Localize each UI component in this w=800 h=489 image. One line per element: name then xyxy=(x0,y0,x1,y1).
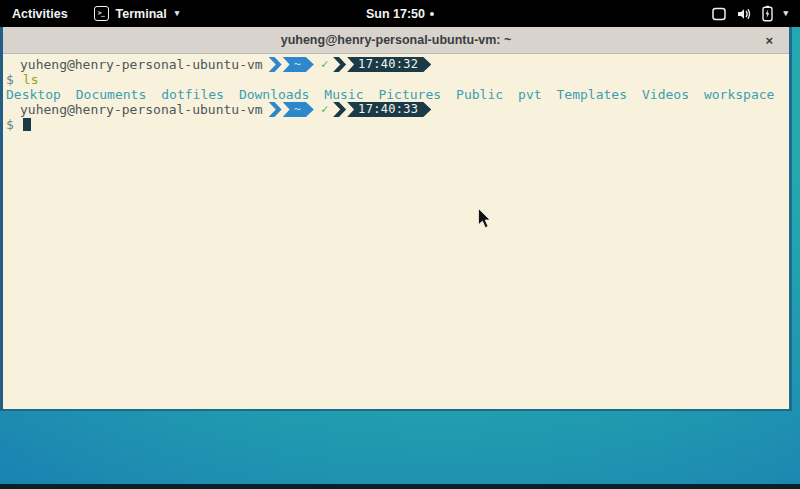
dir-entry: Public xyxy=(456,87,503,102)
dir-entry: pvt xyxy=(518,87,541,102)
system-status-area[interactable]: ▾ xyxy=(705,0,794,27)
powerline-chevron-icon xyxy=(269,57,282,72)
window-title: yuheng@henry-personal-ubuntu-vm: ~ xyxy=(281,33,512,47)
screen-bottom-edge xyxy=(0,484,800,489)
dir-entry: workspace xyxy=(704,87,774,102)
status-check-icon: ✓ xyxy=(321,57,328,72)
terminal-content[interactable]: yuheng@henry-personal-ubuntu-vm ~ ✓ 17:4… xyxy=(3,54,789,408)
battery-charging-icon xyxy=(761,5,774,22)
command-line: $ ls xyxy=(6,72,789,87)
prompt-symbol: $ xyxy=(6,72,14,87)
window-titlebar[interactable]: yuheng@henry-personal-ubuntu-vm: ~ × xyxy=(3,27,789,54)
dir-entry: Templates xyxy=(557,87,627,102)
prompt-user-host: yuheng@henry-personal-ubuntu-vm xyxy=(20,57,263,72)
input-line[interactable]: $ xyxy=(6,117,789,132)
prompt-line-1: yuheng@henry-personal-ubuntu-vm ~ ✓ 17:4… xyxy=(6,57,789,72)
screen-icon xyxy=(711,6,727,22)
close-button[interactable]: × xyxy=(761,32,777,49)
dir-entry: Desktop xyxy=(6,87,61,102)
time-badge: 17:40:33 xyxy=(347,102,431,117)
dir-entry: Downloads xyxy=(239,87,309,102)
cwd-segment: ~ xyxy=(283,102,314,117)
cwd-label: ~ xyxy=(294,57,301,72)
text-cursor xyxy=(23,118,31,131)
chevron-down-icon: ▾ xyxy=(783,9,788,18)
dir-entry: Pictures xyxy=(378,87,441,102)
status-check-icon: ✓ xyxy=(321,102,328,117)
dir-entry: Music xyxy=(324,87,363,102)
powerline-chevron-icon xyxy=(333,57,346,72)
time-badge: 17:40:32 xyxy=(347,57,431,72)
dir-entry: Videos xyxy=(642,87,689,102)
prompt-symbol: $ xyxy=(6,117,14,132)
notification-dot-icon xyxy=(430,12,434,16)
dir-entry: Documents xyxy=(76,87,146,102)
clock-button[interactable]: Sun 17:50 xyxy=(360,0,440,27)
cwd-label: ~ xyxy=(294,102,301,117)
cwd-segment: ~ xyxy=(283,57,314,72)
powerline-chevron-icon xyxy=(269,102,282,117)
volume-icon xyxy=(736,6,752,22)
top-bar: Activities >_ Terminal ▾ Sun 17:50 ▾ xyxy=(0,0,800,27)
powerline-chevron-icon xyxy=(333,102,346,117)
dir-entry: dotfiles xyxy=(161,87,224,102)
prompt-line-2: yuheng@henry-personal-ubuntu-vm ~ ✓ 17:4… xyxy=(6,102,789,117)
app-menu-label: Terminal xyxy=(116,7,167,21)
chevron-down-icon: ▾ xyxy=(175,9,180,18)
terminal-app-icon: >_ xyxy=(94,6,109,21)
time-label: 17:40:33 xyxy=(358,102,418,117)
time-label: 17:40:32 xyxy=(358,57,418,72)
terminal-icon-glyph: >_ xyxy=(98,10,105,17)
ls-output-line: Desktop Documents dotfiles Downloads Mus… xyxy=(6,87,789,102)
prompt-user-host: yuheng@henry-personal-ubuntu-vm xyxy=(20,102,263,117)
typed-command: ls xyxy=(23,72,39,87)
terminal-window: yuheng@henry-personal-ubuntu-vm: ~ × yuh… xyxy=(0,27,792,411)
activities-button[interactable]: Activities xyxy=(6,0,74,27)
mouse-pointer xyxy=(477,208,491,229)
clock-label: Sun 17:50 xyxy=(366,7,425,21)
app-menu-button[interactable]: >_ Terminal ▾ xyxy=(88,0,186,27)
